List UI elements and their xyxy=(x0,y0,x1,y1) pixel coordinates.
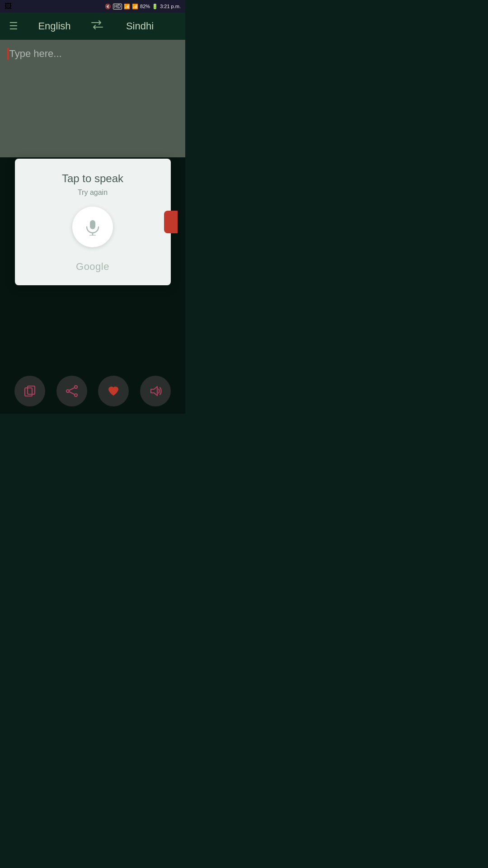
status-bar: 🖼 🔇 HD 📶 📶 82% 🔋 3:21 p.m. xyxy=(0,0,185,13)
battery-icon: 🔋 xyxy=(152,4,158,9)
menu-button[interactable]: ☰ xyxy=(9,20,18,32)
voice-dialog-overlay: Tap to speak Try again Google xyxy=(0,80,185,414)
try-again-text[interactable]: Try again xyxy=(78,189,108,197)
text-cursor xyxy=(7,48,9,60)
tap-to-speak-text: Tap to speak xyxy=(62,172,123,185)
status-bar-right: 🔇 HD 📶 📶 82% 🔋 3:21 p.m. xyxy=(105,4,181,9)
input-placeholder: Type here... xyxy=(9,48,62,59)
signal-icon-2: 📶 xyxy=(132,4,138,9)
side-peek-button[interactable] xyxy=(164,211,178,233)
microphone-button[interactable] xyxy=(72,207,113,247)
hd-icon: HD xyxy=(113,4,122,9)
mute-icon: 🔇 xyxy=(105,4,111,9)
signal-icon-1: 📶 xyxy=(124,4,130,9)
voice-dialog: Tap to speak Try again Google xyxy=(15,159,171,285)
status-bar-left-icon: 🖼 xyxy=(5,2,12,10)
source-language[interactable]: English xyxy=(18,20,91,32)
swap-languages-button[interactable] xyxy=(91,20,103,33)
microphone-icon xyxy=(84,218,101,236)
google-branding: Google xyxy=(76,261,109,273)
target-language[interactable]: Sindhi xyxy=(103,20,176,32)
svg-rect-0 xyxy=(90,220,95,229)
app-header: ☰ English Sindhi xyxy=(0,13,185,40)
clock: 3:21 p.m. xyxy=(160,4,181,9)
battery-percentage: 82% xyxy=(140,4,150,9)
